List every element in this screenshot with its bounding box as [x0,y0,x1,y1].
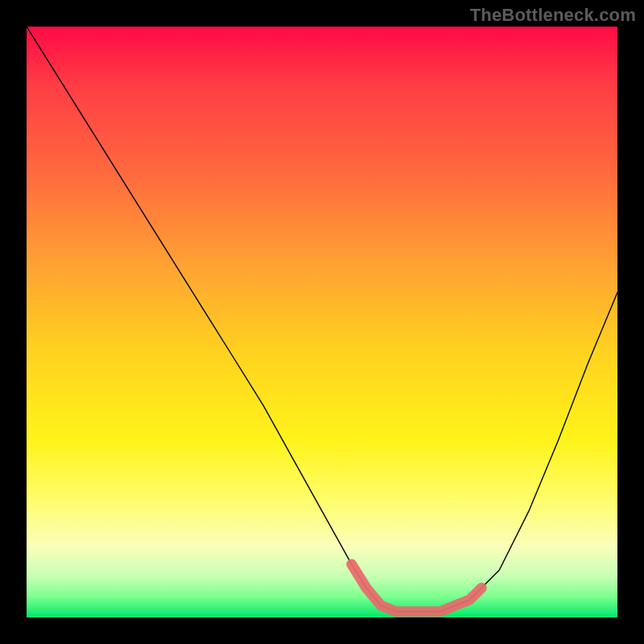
watermark-text: TheBottleneck.com [470,5,636,26]
curve-layer [27,27,617,617]
optimal-range-highlight [352,564,482,612]
plot-area [27,27,617,617]
bottleneck-curve [27,27,617,612]
